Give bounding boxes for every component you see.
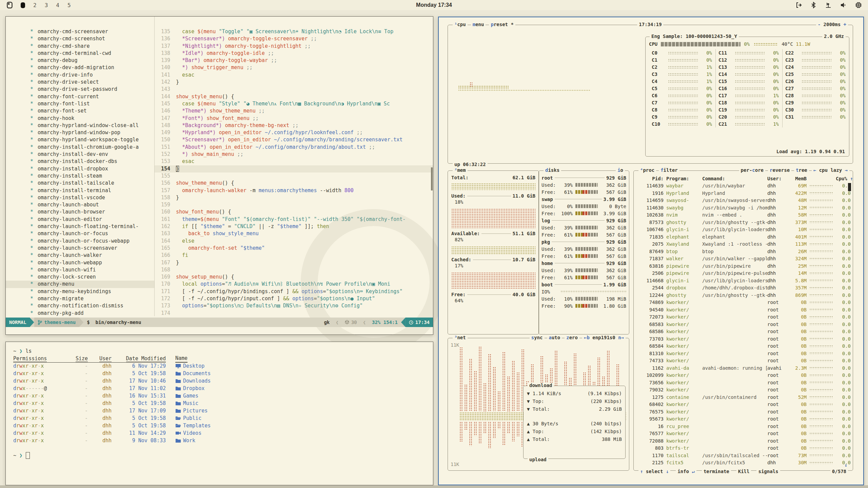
- file-item[interactable]: *omarchy-notification-dismiss: [6, 302, 154, 309]
- file-item[interactable]: *omarchy-install-chromium-google-a: [6, 144, 154, 151]
- proc-row[interactable]: 2125fcitx5/usr/bin/fcitx5dhh30M0.0: [636, 459, 851, 467]
- file-item[interactable]: *omarchy-launch-or-focus: [6, 230, 154, 237]
- tree-button[interactable]: tree: [794, 167, 809, 173]
- ls-row[interactable]: drwxr-xr-x-dhh5 Oct 19:58Templates: [13, 422, 433, 429]
- proc-row[interactable]: 106746glycin-i/usr/lib/glycin-loadersdhh…: [636, 226, 851, 233]
- ls-row[interactable]: drwxr-xr-x-dhh6 Nov 17:29Desktop: [13, 362, 433, 370]
- file-item[interactable]: *omarchy-migrate: [6, 295, 154, 302]
- proc-row[interactable]: 63816pipewire/usr/bin/pipewiredhh25M0.0: [636, 262, 851, 270]
- ls-row[interactable]: drwxr-xr-x-dhh5 Oct 19:58Music: [13, 400, 433, 407]
- proc-row[interactable]: 95673kworker/root0B0.0: [636, 415, 851, 423]
- file-item[interactable]: *omarchy-install-steam: [6, 172, 154, 180]
- preset-button[interactable]: preset *: [489, 22, 515, 27]
- proc-row[interactable]: 114668glycin-i/usr/lib/glycin-loadersdhh…: [636, 277, 851, 284]
- net-interface-switcher[interactable]: ←b enp191s0 n→: [582, 335, 626, 340]
- file-item[interactable]: *omarchy-dev-add-migration: [6, 64, 154, 71]
- code-line[interactable]: 156show_theme_menu() {: [155, 180, 433, 187]
- ls-row[interactable]: drwxr-xr-x-dhh16 Nov 15:31Games: [13, 392, 433, 400]
- file-item[interactable]: *omarchy-font-set: [6, 107, 154, 115]
- code-line[interactable]: 147 *Font*) show_font_menu ;;: [155, 115, 433, 122]
- per-core-button[interactable]: per-core: [739, 167, 765, 173]
- signals-key[interactable]: signals: [756, 469, 780, 474]
- proc-row[interactable]: 16rcu_preeroot0B0.0: [636, 423, 851, 430]
- file-item[interactable]: *omarchy-font-list: [6, 100, 154, 107]
- file-item[interactable]: *omarchy-install-vscode: [6, 194, 154, 201]
- proc-row[interactable]: 102099kworker/root0B0.0: [636, 372, 851, 379]
- file-item[interactable]: *omarchy-drive-select: [6, 79, 154, 86]
- file-item[interactable]: *omarchy-launch-screensaver: [6, 245, 154, 252]
- ls-row[interactable]: drwxr-xr-x-dhh9 Nov 08:33Work: [13, 437, 433, 444]
- ls-row[interactable]: drwxr-xr-x-dhh17 Nov 17:09Pictures: [13, 407, 433, 414]
- code-line[interactable]: 140 *) show_trigger_menu ;;: [155, 64, 433, 71]
- proc-row[interactable]: 76577kworker/root0B0.0: [636, 430, 851, 438]
- file-item[interactable]: *omarchy-launch-wifi: [6, 266, 154, 273]
- file-item[interactable]: *omarchy-menu: [6, 281, 154, 288]
- code-line[interactable]: 155: [155, 172, 433, 180]
- info-key[interactable]: info ↵: [676, 469, 696, 474]
- file-item[interactable]: *omarchy-install-tailscale: [6, 180, 154, 187]
- proc-row[interactable]: 73703kworker/root0B0.0: [636, 335, 851, 343]
- proc-row[interactable]: 81310kworker/root0B0.0: [636, 350, 851, 357]
- proc-row[interactable]: 114639waybar/usr/bin/waybardhh69M0.0: [636, 182, 851, 190]
- scroll-down-indicator[interactable]: ↓: [845, 462, 847, 468]
- code-line[interactable]: 137 *Nightlight*) omarchy-toggle-nightli…: [155, 43, 433, 50]
- zero-button[interactable]: zero: [565, 335, 579, 340]
- proc-row[interactable]: 94540kworker/root0B0.0: [636, 306, 851, 313]
- code-line[interactable]: 139 *Bar*) omarchy-toggle-waybar ;;: [155, 57, 433, 64]
- code-line[interactable]: 157 omarchy-launch-walker -m menus:omarc…: [155, 187, 433, 194]
- code-line[interactable]: 144show_style_menu() {: [155, 93, 433, 100]
- editor-scrollbar-thumb[interactable]: [431, 167, 433, 190]
- logout-icon[interactable]: [795, 2, 802, 8]
- file-item[interactable]: *omarchy-install-docker-dbs: [6, 158, 154, 165]
- code-line[interactable]: 169show_setup_menu() {: [155, 273, 433, 281]
- code-line[interactable]: 142}: [155, 79, 433, 86]
- code-line[interactable]: 146 *Theme*) show_theme_menu ;;: [155, 107, 433, 115]
- code-line[interactable]: 160show_font_menu() {: [155, 208, 433, 216]
- prompt-line[interactable]: ~ ❯: [13, 452, 433, 459]
- proc-row[interactable]: 68584kworker/root0B0.0: [636, 343, 851, 350]
- file-item[interactable]: *omarchy-launch-webapp: [6, 259, 154, 266]
- file-item[interactable]: *omarchy-launch-floating-terminal-: [6, 223, 154, 230]
- file-item[interactable]: *omarchy-install-dropbox: [6, 165, 154, 172]
- code-line[interactable]: 152 *) show_main_menu ;;: [155, 151, 433, 158]
- code-line[interactable]: 171 [ -f ~/.config/hypr/bindings.conf ] …: [155, 288, 433, 295]
- proc-row[interactable]: 68402kworker/root0B0.0: [636, 401, 851, 408]
- proc-row[interactable]: 12244ghostty/usr/bin/ghostty --gtk-dhh86…: [636, 291, 851, 299]
- code-line[interactable]: 138 *Idle*) omarchy-toggle-idle ;;: [155, 50, 433, 57]
- proc-row[interactable]: 71837walker/usr/bin/walker --gappldhh324…: [636, 255, 851, 263]
- file-item[interactable]: *omarchy-launch-about: [6, 201, 154, 208]
- ls-row[interactable]: drwxr-xr-x-dhh11 Nov 14:29Videos: [13, 429, 433, 437]
- mem-box-title[interactable]: ²mem: [453, 167, 468, 173]
- net-box-title[interactable]: ³net: [453, 335, 468, 340]
- proc-row[interactable]: 803btrfs-trroot0B0.0: [636, 445, 851, 452]
- proc-scrollbar-thumb[interactable]: [848, 183, 851, 191]
- proc-row[interactable]: 1916HyprlandHyprlanddhh422M0.0: [636, 189, 851, 197]
- proc-row[interactable]: 2544dropbox/home/dhh/.dropbox-distdhh357…: [636, 284, 851, 292]
- file-item[interactable]: *omarchy-hyprland-window-close-all: [6, 122, 154, 129]
- proc-row[interactable]: 1162avahi-daavahi-daemon: running [avahi…: [636, 364, 851, 372]
- file-item[interactable]: *omarchy-launch-browser: [6, 208, 154, 216]
- file-item[interactable]: *omarchy-menu-keybindings: [6, 288, 154, 295]
- proc-header[interactable]: Pid:Program:Command:User:MemBCpu% ↑: [636, 175, 851, 182]
- file-item[interactable]: *omarchy-lock-screen: [6, 273, 154, 281]
- code-line[interactable]: 166 fi: [155, 252, 433, 259]
- code-line[interactable]: 149 *Hyprland*) open_in_editor ~/.config…: [155, 129, 433, 136]
- proc-row[interactable]: 79032kworker/root0B0.0: [636, 386, 851, 394]
- code-line[interactable]: 159: [155, 201, 433, 208]
- auto-button[interactable]: auto: [547, 335, 562, 340]
- kill-key[interactable]: Kill: [736, 469, 751, 474]
- io-toggle[interactable]: io: [616, 167, 625, 173]
- code-line[interactable]: 151 *About*) open_in_editor ~/.config/om…: [155, 144, 433, 151]
- proc-row[interactable]: 2075XwaylandXwayland :1 -rootless -dhh11…: [636, 241, 851, 248]
- proc-row[interactable]: 76575kworker/root0B0.0: [636, 408, 851, 415]
- proc-row[interactable]: 72088kworker/root0B0.0: [636, 437, 851, 445]
- file-item[interactable]: *omarchy-launch-editor: [6, 216, 154, 223]
- select-keys[interactable]: ↑ select ↓: [638, 469, 670, 474]
- proc-row[interactable]: 73656kworker/root0B0.0: [636, 379, 851, 386]
- volume-icon[interactable]: [840, 2, 847, 8]
- code-line[interactable]: 172 [ -f ~/.config/hypr/input.conf ] && …: [155, 295, 433, 302]
- proc-row[interactable]: 68586kworker/root0B0.0: [636, 328, 851, 336]
- code-line[interactable]: 145 case $(menu "Style" "◕ Theme\nᴀ Font…: [155, 100, 433, 107]
- file-item[interactable]: *omarchy-cmd-screensaver: [6, 28, 154, 35]
- menu-button[interactable]: menu: [471, 22, 486, 27]
